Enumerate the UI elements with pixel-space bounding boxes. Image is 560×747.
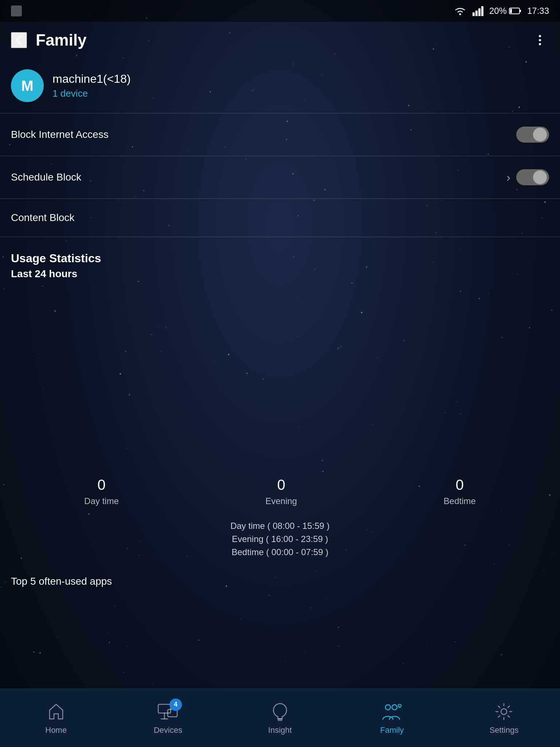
svg-rect-4 bbox=[481, 6, 483, 16]
profile-name: machine1(<18) bbox=[52, 72, 131, 86]
content-block-row[interactable]: Content Block bbox=[0, 199, 560, 237]
nav-insight-label: Insight bbox=[268, 725, 292, 735]
svg-rect-1 bbox=[472, 12, 475, 16]
nav-item-home[interactable]: Home bbox=[0, 696, 112, 741]
svg-rect-8 bbox=[158, 704, 171, 713]
status-bar: 20% 17:33 bbox=[0, 0, 560, 22]
block-internet-toggle[interactable] bbox=[516, 127, 549, 143]
nav-settings-label: Settings bbox=[490, 725, 519, 735]
status-time: 17:33 bbox=[527, 6, 549, 16]
schedule-block-label: Schedule Block bbox=[11, 171, 81, 183]
svg-point-17 bbox=[501, 709, 507, 715]
nav-item-insight[interactable]: Insight bbox=[224, 696, 336, 741]
settings-icon bbox=[494, 701, 514, 722]
family-icon bbox=[382, 701, 402, 722]
avatar: M bbox=[11, 69, 44, 102]
page-title: Family bbox=[36, 31, 522, 49]
stat-daytime-value: 0 bbox=[97, 477, 105, 493]
time-range-evening: Evening ( 16:00 - 23:59 ) bbox=[232, 534, 328, 544]
usage-title: Usage Statistics bbox=[11, 252, 549, 265]
profile-section: M machine1(<18) 1 device bbox=[0, 58, 560, 113]
schedule-block-toggle[interactable] bbox=[516, 169, 549, 185]
nav-family-label: Family bbox=[380, 725, 404, 735]
svg-point-15 bbox=[392, 705, 397, 710]
battery-percent: 20% bbox=[489, 6, 507, 16]
devices-icon: 4 bbox=[158, 701, 178, 722]
stats-row: 0 Day time 0 Evening 0 Bedtime bbox=[0, 469, 560, 514]
insight-icon bbox=[270, 701, 290, 722]
toggle-knob-2 bbox=[533, 170, 547, 184]
svg-point-14 bbox=[385, 705, 390, 710]
profile-info: machine1(<18) 1 device bbox=[52, 72, 131, 99]
block-internet-label: Block Internet Access bbox=[11, 129, 109, 140]
nav-devices-label: Devices bbox=[154, 725, 182, 735]
stat-daytime-label: Day time bbox=[84, 496, 119, 506]
image-icon bbox=[11, 5, 22, 16]
home-icon bbox=[46, 701, 66, 722]
time-range-bedtime: Bedtime ( 00:00 - 07:59 ) bbox=[232, 547, 328, 557]
stat-evening: 0 Evening bbox=[265, 477, 297, 506]
wifi-icon bbox=[454, 6, 467, 16]
battery-status: 20% bbox=[489, 6, 521, 16]
svg-rect-7 bbox=[510, 9, 512, 13]
stat-bedtime-value: 0 bbox=[456, 477, 464, 493]
back-button[interactable] bbox=[11, 32, 27, 48]
stat-daytime: 0 Day time bbox=[84, 477, 119, 506]
page-header: Family bbox=[0, 22, 560, 58]
top-apps-section: Top 5 often-used apps bbox=[0, 565, 560, 595]
top-apps-title: Top 5 often-used apps bbox=[11, 576, 112, 587]
nav-item-family[interactable]: Family bbox=[336, 696, 448, 741]
profile-device-count: 1 device bbox=[52, 88, 131, 99]
usage-subtitle: Last 24 hours bbox=[11, 268, 549, 280]
svg-point-0 bbox=[459, 13, 461, 15]
stat-bedtime-label: Bedtime bbox=[444, 496, 476, 506]
content-block-label: Content Block bbox=[11, 212, 74, 224]
battery-icon bbox=[509, 7, 521, 15]
time-range-daytime: Day time ( 08:00 - 15:59 ) bbox=[230, 521, 330, 531]
signal-icon bbox=[472, 6, 483, 16]
stat-evening-label: Evening bbox=[265, 496, 297, 506]
more-options-button[interactable] bbox=[531, 35, 549, 45]
chart-area bbox=[0, 287, 560, 469]
nav-item-settings[interactable]: Settings bbox=[448, 696, 560, 741]
devices-badge: 4 bbox=[170, 698, 182, 711]
nav-item-devices[interactable]: 4 Devices bbox=[112, 696, 224, 741]
stat-evening-value: 0 bbox=[277, 477, 285, 493]
bottom-navigation: Home 4 Devices Insight bbox=[0, 689, 560, 747]
time-ranges: Day time ( 08:00 - 15:59 ) Evening ( 16:… bbox=[0, 514, 560, 565]
svg-rect-2 bbox=[475, 11, 478, 16]
schedule-block-right: › bbox=[506, 169, 549, 185]
svg-rect-6 bbox=[520, 10, 521, 12]
block-internet-row: Block Internet Access bbox=[0, 113, 560, 156]
stat-bedtime: 0 Bedtime bbox=[444, 477, 476, 506]
svg-line-16 bbox=[399, 706, 400, 708]
toggle-knob bbox=[533, 128, 547, 142]
usage-section: Usage Statistics Last 24 hours bbox=[0, 237, 560, 287]
chevron-icon: › bbox=[506, 171, 510, 184]
svg-rect-3 bbox=[478, 8, 481, 16]
nav-home-label: Home bbox=[45, 725, 67, 735]
schedule-block-row[interactable]: Schedule Block › bbox=[0, 156, 560, 198]
